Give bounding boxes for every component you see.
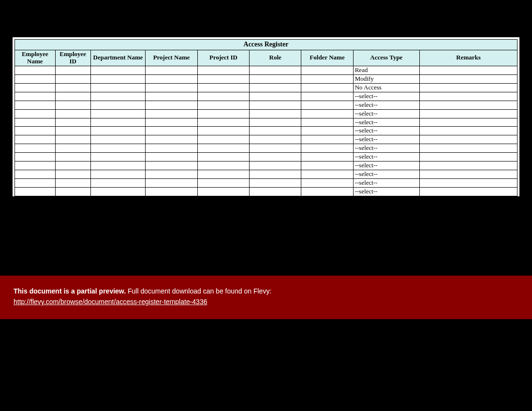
cell-folder_name[interactable] <box>301 135 353 144</box>
cell-access_type[interactable]: --select-- <box>353 188 419 196</box>
cell-department_name[interactable] <box>90 127 146 135</box>
cell-role[interactable] <box>250 66 301 74</box>
cell-project_name[interactable] <box>146 83 197 92</box>
cell-department_name[interactable] <box>90 153 146 161</box>
cell-folder_name[interactable] <box>301 101 353 109</box>
cell-employee_name[interactable] <box>15 161 56 170</box>
cell-employee_id[interactable] <box>55 188 90 196</box>
cell-employee_name[interactable] <box>15 170 56 179</box>
cell-employee_id[interactable] <box>55 74 90 83</box>
cell-department_name[interactable] <box>90 179 146 188</box>
cell-employee_name[interactable] <box>15 92 56 101</box>
cell-employee_id[interactable] <box>55 83 90 92</box>
cell-access_type[interactable]: Read <box>353 66 419 74</box>
cell-employee_id[interactable] <box>55 179 90 188</box>
cell-folder_name[interactable] <box>301 127 353 135</box>
cell-employee_name[interactable] <box>15 101 56 109</box>
cell-employee_name[interactable] <box>15 109 56 118</box>
cell-project_name[interactable] <box>146 153 197 161</box>
cell-role[interactable] <box>250 109 301 118</box>
cell-project_id[interactable] <box>197 66 249 74</box>
cell-project_name[interactable] <box>146 170 197 179</box>
cell-employee_id[interactable] <box>55 92 90 101</box>
cell-department_name[interactable] <box>90 109 146 118</box>
cell-project_name[interactable] <box>146 109 197 118</box>
cell-access_type[interactable]: --select-- <box>353 92 419 101</box>
cell-department_name[interactable] <box>90 161 146 170</box>
cell-project_id[interactable] <box>197 144 249 153</box>
cell-remarks[interactable] <box>420 74 517 83</box>
cell-remarks[interactable] <box>420 144 517 153</box>
cell-role[interactable] <box>250 161 301 170</box>
cell-project_name[interactable] <box>146 101 197 109</box>
cell-role[interactable] <box>250 92 301 101</box>
cell-project_name[interactable] <box>146 74 197 83</box>
cell-access_type[interactable]: --select-- <box>353 153 419 161</box>
cell-access_type[interactable]: --select-- <box>353 170 419 179</box>
cell-role[interactable] <box>250 83 301 92</box>
cell-role[interactable] <box>250 179 301 188</box>
cell-role[interactable] <box>250 144 301 153</box>
cell-employee_id[interactable] <box>55 118 90 127</box>
cell-department_name[interactable] <box>90 135 146 144</box>
cell-employee_name[interactable] <box>15 66 56 74</box>
cell-project_id[interactable] <box>197 118 249 127</box>
cell-project_id[interactable] <box>197 188 249 196</box>
cell-project_name[interactable] <box>146 118 197 127</box>
cell-employee_id[interactable] <box>55 144 90 153</box>
cell-project_name[interactable] <box>146 127 197 135</box>
cell-access_type[interactable]: --select-- <box>353 118 419 127</box>
cell-access_type[interactable]: --select-- <box>353 144 419 153</box>
cell-department_name[interactable] <box>90 83 146 92</box>
cell-project_id[interactable] <box>197 92 249 101</box>
cell-project_name[interactable] <box>146 188 197 196</box>
cell-employee_name[interactable] <box>15 83 56 92</box>
cell-project_id[interactable] <box>197 153 249 161</box>
cell-folder_name[interactable] <box>301 188 353 196</box>
cell-role[interactable] <box>250 188 301 196</box>
cell-folder_name[interactable] <box>301 118 353 127</box>
cell-employee_name[interactable] <box>15 153 56 161</box>
cell-employee_id[interactable] <box>55 135 90 144</box>
cell-project_id[interactable] <box>197 161 249 170</box>
cell-employee_id[interactable] <box>55 109 90 118</box>
cell-folder_name[interactable] <box>301 153 353 161</box>
cell-remarks[interactable] <box>420 109 517 118</box>
banner-link[interactable]: http://flevy.com/browse/document/access-… <box>14 298 207 306</box>
cell-department_name[interactable] <box>90 101 146 109</box>
cell-role[interactable] <box>250 74 301 83</box>
cell-role[interactable] <box>250 127 301 135</box>
cell-access_type[interactable]: No Access <box>353 83 419 92</box>
cell-project_id[interactable] <box>197 127 249 135</box>
cell-employee_id[interactable] <box>55 153 90 161</box>
cell-department_name[interactable] <box>90 188 146 196</box>
cell-employee_name[interactable] <box>15 127 56 135</box>
cell-department_name[interactable] <box>90 66 146 74</box>
cell-access_type[interactable]: --select-- <box>353 101 419 109</box>
cell-remarks[interactable] <box>420 92 517 101</box>
cell-department_name[interactable] <box>90 74 146 83</box>
cell-remarks[interactable] <box>420 101 517 109</box>
cell-folder_name[interactable] <box>301 83 353 92</box>
cell-role[interactable] <box>250 118 301 127</box>
cell-remarks[interactable] <box>420 135 517 144</box>
cell-access_type[interactable]: Modify <box>353 74 419 83</box>
cell-employee_name[interactable] <box>15 179 56 188</box>
cell-department_name[interactable] <box>90 170 146 179</box>
cell-employee_id[interactable] <box>55 127 90 135</box>
cell-employee_id[interactable] <box>55 66 90 74</box>
cell-project_id[interactable] <box>197 135 249 144</box>
cell-remarks[interactable] <box>420 83 517 92</box>
cell-project_name[interactable] <box>146 144 197 153</box>
cell-employee_name[interactable] <box>15 74 56 83</box>
cell-role[interactable] <box>250 101 301 109</box>
cell-project_id[interactable] <box>197 74 249 83</box>
cell-project_name[interactable] <box>146 135 197 144</box>
cell-access_type[interactable]: --select-- <box>353 179 419 188</box>
cell-employee_name[interactable] <box>15 188 56 196</box>
cell-folder_name[interactable] <box>301 179 353 188</box>
cell-remarks[interactable] <box>420 170 517 179</box>
cell-department_name[interactable] <box>90 92 146 101</box>
cell-project_name[interactable] <box>146 161 197 170</box>
cell-employee_name[interactable] <box>15 118 56 127</box>
